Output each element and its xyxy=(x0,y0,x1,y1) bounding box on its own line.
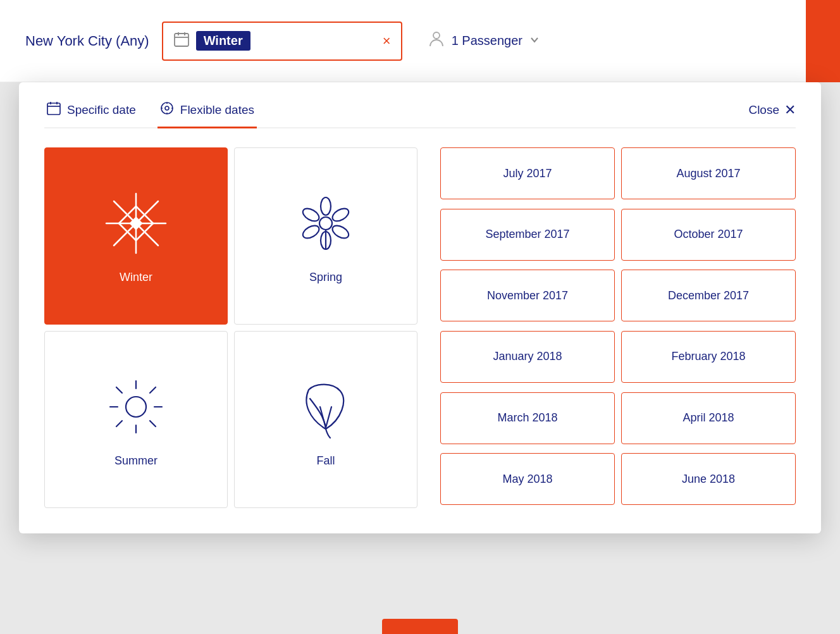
summer-icon xyxy=(101,372,171,444)
season-fall[interactable]: Fall xyxy=(234,331,417,508)
header-bar: New York City (Any) Winter × 1 Passenger xyxy=(0,0,840,82)
svg-line-26 xyxy=(145,223,153,231)
svg-line-20 xyxy=(136,206,144,214)
month-button-february-2018[interactable]: February 2018 xyxy=(621,331,796,383)
orange-strip xyxy=(806,0,840,82)
spring-label: Spring xyxy=(309,271,342,284)
month-button-december-2017[interactable]: December 2017 xyxy=(621,270,796,321)
passenger-selector[interactable]: 1 Passenger xyxy=(428,30,540,52)
date-input[interactable]: Winter × xyxy=(162,22,402,61)
season-summer[interactable]: Summer xyxy=(44,331,228,508)
close-label: Close xyxy=(748,103,779,117)
svg-line-21 xyxy=(128,233,136,240)
close-button[interactable]: Close ✕ xyxy=(748,102,796,127)
city-label: New York City (Any) xyxy=(25,33,149,49)
seasons-grid: Winter xyxy=(44,147,417,508)
content-area: Winter xyxy=(44,147,796,508)
month-button-november-2017[interactable]: November 2017 xyxy=(440,270,615,321)
svg-rect-5 xyxy=(47,103,60,115)
svg-line-19 xyxy=(128,206,136,214)
svg-point-4 xyxy=(433,32,440,39)
tabs-row: Specific date Flexible dates Close ✕ xyxy=(44,101,796,128)
season-spring[interactable]: Spring xyxy=(234,147,417,325)
svg-point-33 xyxy=(300,206,321,223)
svg-line-22 xyxy=(136,233,144,240)
person-icon xyxy=(428,30,445,52)
calendar-tab-icon xyxy=(47,101,61,118)
svg-rect-0 xyxy=(175,34,188,46)
tab-flexible-dates[interactable]: Flexible dates xyxy=(158,101,257,127)
flexible-dates-label: Flexible dates xyxy=(180,103,254,117)
svg-line-43 xyxy=(150,387,156,393)
month-button-august-2017[interactable]: August 2017 xyxy=(621,147,796,199)
winter-icon xyxy=(101,189,171,261)
svg-line-23 xyxy=(119,216,127,223)
selected-date-badge: Winter xyxy=(196,31,250,51)
month-button-march-2018[interactable]: March 2018 xyxy=(440,392,615,444)
specific-date-label: Specific date xyxy=(67,103,136,117)
month-button-april-2018[interactable]: April 2018 xyxy=(621,392,796,444)
month-button-may-2018[interactable]: May 2018 xyxy=(440,453,615,505)
svg-point-36 xyxy=(126,397,146,417)
svg-point-10 xyxy=(165,106,169,110)
svg-point-30 xyxy=(330,223,350,240)
month-button-october-2017[interactable]: October 2017 xyxy=(621,209,796,261)
svg-point-32 xyxy=(300,223,321,240)
months-grid: July 2017August 2017September 2017Octobe… xyxy=(440,147,796,508)
svg-line-25 xyxy=(145,216,153,223)
month-button-july-2017[interactable]: July 2017 xyxy=(440,147,615,199)
passenger-count: 1 Passenger xyxy=(452,34,522,48)
date-picker-dropdown: Specific date Flexible dates Close ✕ xyxy=(19,82,821,533)
season-winter[interactable]: Winter xyxy=(44,147,228,325)
close-icon: ✕ xyxy=(784,102,796,118)
svg-line-44 xyxy=(116,421,122,426)
svg-line-24 xyxy=(119,223,127,231)
month-button-september-2017[interactable]: September 2017 xyxy=(440,209,615,261)
chevron-down-icon xyxy=(529,34,540,48)
svg-point-29 xyxy=(330,206,350,223)
clear-date-icon[interactable]: × xyxy=(383,33,391,49)
svg-line-46 xyxy=(326,407,331,428)
spring-icon xyxy=(291,189,361,261)
flexible-tab-icon xyxy=(160,101,174,118)
svg-point-28 xyxy=(321,197,331,215)
fall-icon xyxy=(291,372,361,444)
summer-label: Summer xyxy=(114,454,158,468)
fall-label: Fall xyxy=(316,454,335,468)
svg-line-42 xyxy=(150,421,156,426)
svg-point-34 xyxy=(319,217,332,230)
month-button-january-2018[interactable]: January 2018 xyxy=(440,331,615,383)
month-button-june-2018[interactable]: June 2018 xyxy=(621,453,796,505)
svg-line-41 xyxy=(116,387,122,393)
svg-point-9 xyxy=(161,103,173,114)
tab-specific-date[interactable]: Specific date xyxy=(44,101,139,127)
winter-label: Winter xyxy=(120,271,152,284)
bottom-cta[interactable] xyxy=(382,619,458,634)
calendar-icon xyxy=(173,31,190,51)
